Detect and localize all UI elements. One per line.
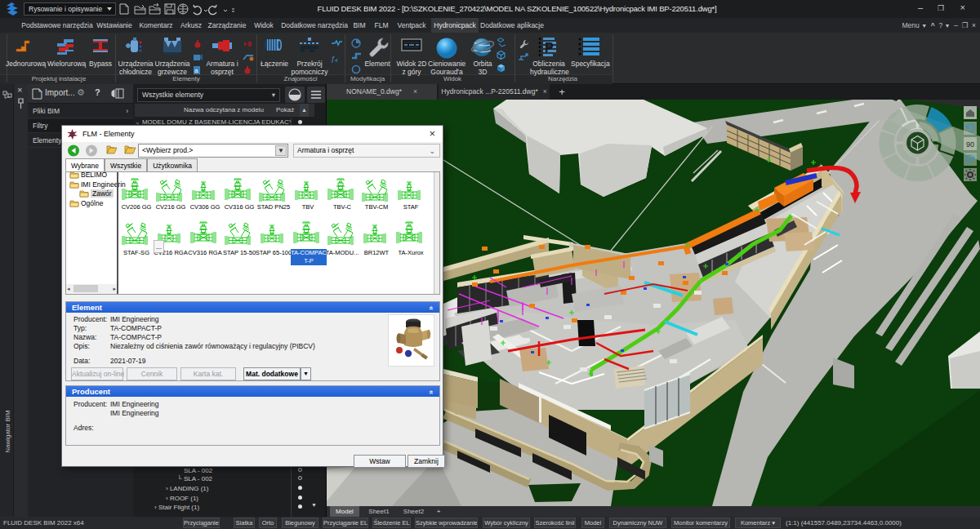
svg-text:a: a: [194, 67, 198, 74]
svg-text:P: P: [545, 41, 554, 55]
svg-text:90: 90: [966, 140, 974, 149]
svg-text:ƒ₄: ƒ₄: [331, 55, 338, 63]
